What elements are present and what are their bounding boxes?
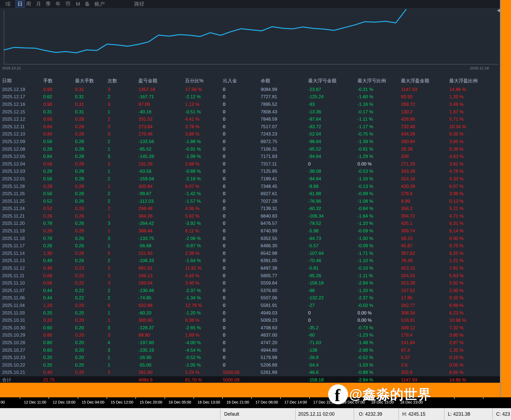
cell: 0.31 — [75, 102, 108, 107]
column-header-7[interactable]: 出入金 — [223, 77, 261, 84]
cell: 5 — [108, 251, 138, 256]
table-row[interactable]: 2025.12.120.560.282331.524.41 %07848.59-… — [0, 116, 500, 123]
table-row[interactable]: 2025.11.170.260.261-56.68-0.87 %06486.30… — [0, 242, 500, 250]
table-row[interactable]: 2025.11.190.260.261388.446.11 %06740.99-… — [0, 227, 500, 235]
table-row[interactable]: 2025.11.060.440.222-74.85-1.34 %05507.06… — [0, 294, 500, 302]
table-row[interactable]: 2025.12.150.310.311-40.16-0.51 %07808.43… — [0, 108, 500, 116]
cell: 1 — [108, 318, 138, 323]
column-header-9[interactable]: 最大浮亏金额 — [308, 77, 357, 84]
menu-item-周[interactable]: 周 — [26, 0, 31, 8]
table-row[interactable]: 2025.12.100.840.283270.483.88 %07243.23-… — [0, 131, 500, 138]
table-row[interactable]: 2025.12.010.560.282-159.04-2.16 %07189.4… — [0, 175, 500, 183]
table-row[interactable]: 2025.11.070.440.222-130.46-2.37 %05376.6… — [0, 287, 500, 294]
column-header-8[interactable]: 余额 — [261, 77, 308, 84]
equity-chart-panel: 2025.10.21 2025.12.18 — [0, 8, 501, 75]
table-row[interactable]: 2025.10.210.400.202261.805.24 %5000.0952… — [0, 369, 500, 377]
column-header-11[interactable]: 最大浮盈金额 — [401, 77, 449, 84]
table-row[interactable]: 2025.11.180.780.263-133.75-2.06 %06352.5… — [0, 235, 500, 242]
table-row[interactable]: 2025.12.090.560.282-133.56-1.88 %06972.7… — [0, 138, 500, 145]
menu-item-账户[interactable]: 账户 — [94, 0, 105, 8]
column-header-5[interactable]: 盈亏金额 — [138, 77, 185, 84]
table-row[interactable]: 2025.12.110.840.283273.843.78 %07517.07-… — [0, 123, 500, 131]
cell: 0 — [223, 243, 261, 249]
table-row[interactable]: 2025.11.141.300.265151.932.38 %06542.98-… — [0, 250, 500, 257]
cell: 2025.11.06 — [0, 295, 43, 301]
cell: 261.80 — [138, 370, 185, 375]
table-row[interactable]: 2025.11.030.200.201-60.20-1.20 %04949.03… — [0, 309, 500, 317]
menu-item-备[interactable]: 备 — [85, 0, 90, 8]
cell: 7808.43 — [261, 109, 308, 115]
table-row[interactable]: 2025.10.270.600.203-235.19-4.54 %04944.8… — [0, 347, 500, 354]
table-row[interactable]: 2025.10.310.200.201300.606.38 %05009.230… — [0, 317, 500, 324]
cell: -2.37 % — [185, 288, 223, 293]
cell: 0 — [308, 161, 357, 167]
table-row[interactable]: 2025.11.280.280.281420.846.07 %07348.45-… — [0, 183, 500, 190]
table-row[interactable]: 2025.10.220.200.201-55.00-1.05 %05206.89… — [0, 361, 500, 369]
table-row[interactable]: 2025.11.260.560.282-99.67-1.42 %06927.61… — [0, 190, 500, 198]
column-header-10[interactable]: 最大浮亏比例 — [357, 77, 401, 84]
cell: 2025.10.28 — [0, 340, 43, 346]
column-header-3[interactable]: 最大手数 — [75, 77, 108, 84]
table-row[interactable]: 2025.10.230.200.201-26.90-0.52 %05179.99… — [0, 354, 500, 361]
cell: 0.28 — [75, 124, 108, 130]
cell: 0.31 — [43, 109, 75, 115]
cell: 4.63 % — [449, 154, 498, 159]
table-row[interactable]: 2025.12.030.280.281-63.56-0.88 %07125.85… — [0, 168, 500, 175]
menu-item-月[interactable]: 月 — [36, 0, 41, 8]
table-row[interactable]: 2025.12.080.280.281-65.52-0.91 %07106.31… — [0, 145, 500, 153]
menu-item-季[interactable]: 季 — [46, 0, 51, 8]
table-row[interactable]: 2025.11.100.660.223183.043.40 %05559.64-… — [0, 279, 500, 287]
cell: 3.88 % — [185, 131, 223, 137]
cell: 0.20 — [43, 363, 75, 368]
menu-item-综[interactable]: 综 — [5, 0, 11, 8]
menu-item-M[interactable]: M — [76, 0, 80, 8]
cell: 0.84 — [43, 154, 75, 159]
cell: 0.20 — [75, 355, 108, 360]
table-row[interactable]: 2025.12.170.620.312-167.71-2.12 %07727.8… — [0, 93, 500, 101]
cell: 0 — [223, 280, 261, 286]
profile-selector[interactable]: Default — [224, 408, 239, 420]
menu-item-币[interactable]: 币 — [65, 0, 70, 8]
cell: -0.13 % — [357, 184, 401, 189]
horizontal-scrollbar[interactable] — [0, 383, 511, 397]
column-header-2[interactable]: 手数 — [43, 77, 75, 84]
table-row[interactable]: 2025.10.290.600.20389.801.89 %04837.00-6… — [0, 332, 500, 339]
cell: -158.18 — [308, 377, 357, 383]
column-header-4[interactable]: 次数 — [108, 77, 138, 84]
cell: -130.46 — [138, 288, 185, 293]
cell: 0.22 — [75, 295, 108, 301]
menu-item-路径[interactable]: 路径 — [134, 0, 144, 8]
table-row[interactable]: 2025.10.300.600.203-128.37-2.65 %04708.6… — [0, 324, 500, 332]
table-row[interactable]: 2025.11.240.520.262298.484.36 %07139.31-… — [0, 205, 500, 213]
cell: 387.62 — [401, 251, 449, 256]
table-row[interactable]: 2025.12.040.560.282191.262.68 %07317.110… — [0, 160, 500, 168]
cell: 2025.12.16 — [0, 102, 43, 107]
cell: 0.28 — [75, 117, 108, 122]
cell: 5206.89 — [261, 363, 308, 368]
cell: 0 — [223, 348, 261, 353]
menu-item-日[interactable]: 日 — [16, 1, 25, 8]
column-header-12[interactable]: 最大浮盈比例 — [449, 77, 498, 84]
table-row[interactable]: 2025.10.280.800.204-197.60-4.00 %04747.2… — [0, 339, 500, 347]
table-row[interactable]: 2025.11.200.780.263-264.42-3.92 %06476.5… — [0, 220, 500, 228]
table-row[interactable]: 2025.11.110.660.223246.134.43 %05805.77-… — [0, 272, 500, 280]
vertical-scrollbar[interactable] — [501, 0, 511, 397]
cell: -1.71 % — [357, 251, 401, 256]
cell: 0.31 — [75, 87, 108, 92]
column-header-6[interactable]: 百分比% — [185, 77, 223, 84]
status-divider — [354, 409, 354, 419]
table-row[interactable]: 2025.12.180.930.3131357.1817.56 %09084.9… — [0, 86, 500, 93]
cell: 2025.10.22 — [0, 363, 43, 368]
menu-item-年[interactable]: 年 — [56, 0, 61, 8]
table-row[interactable]: 2025.12.160.900.31387.091.12 %07895.52-9… — [0, 101, 500, 108]
cell: 0 — [223, 236, 261, 241]
cell: -1.34 % — [185, 295, 223, 301]
table-row[interactable]: 2025.11.210.260.261364.265.62 %06840.83-… — [0, 212, 500, 220]
table-row[interactable]: 2025.11.041.200.206632.8812.79 %05581.91… — [0, 302, 500, 309]
table-row[interactable]: 2025.11.120.460.232691.6111.91 %06497.38… — [0, 265, 500, 272]
table-row[interactable]: 2025.11.130.490.262-106.33-1.64 %06391.0… — [0, 257, 500, 265]
table-row[interactable]: 2025.11.250.520.262-112.03-1.57 %07027.2… — [0, 198, 500, 205]
column-header-1[interactable]: 日期 — [0, 77, 43, 84]
table-row[interactable]: 2025.12.050.840.283-145.28-1.99 %07171.8… — [0, 153, 500, 160]
cell: -0.51 % — [185, 109, 223, 115]
